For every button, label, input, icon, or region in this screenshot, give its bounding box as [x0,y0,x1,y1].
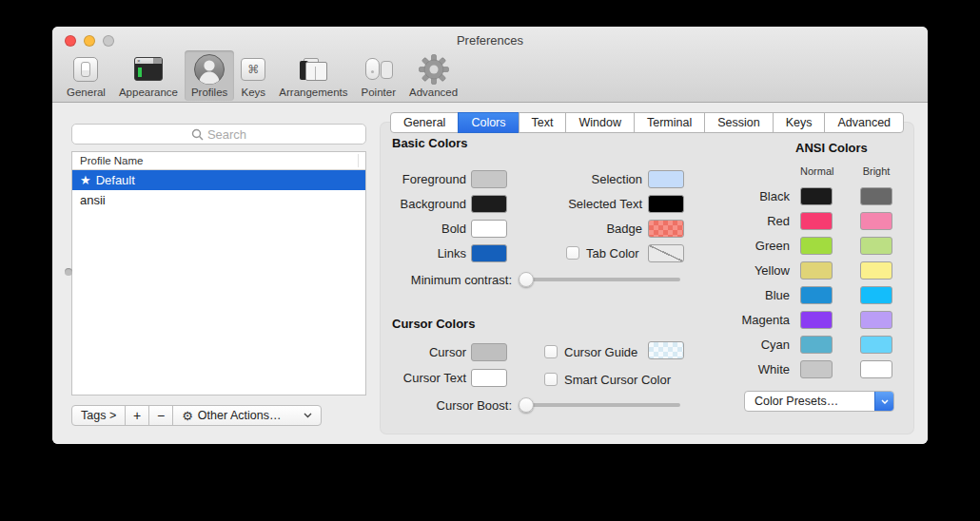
ansi-white-normal-well[interactable] [800,360,833,378]
ansi-magenta-normal-well[interactable] [800,311,833,329]
selected-text-label: Selected Text [523,195,642,213]
background-label: Background [381,195,466,213]
chevron-down-icon [874,391,893,412]
foreground-label: Foreground [381,170,466,188]
search-placeholder: Search [207,127,246,142]
background-color-well[interactable] [471,195,507,213]
smart-cursor-label: Smart Cursor Color [564,371,671,389]
tab-colors[interactable]: Colors [458,112,519,133]
tab-color-label: Tab Color [586,244,639,262]
toolbar-item-label: Profiles [191,87,227,98]
toolbar-item-general[interactable]: General [60,50,112,101]
bold-label: Bold [381,220,466,238]
gear-icon: ⚙ [182,409,193,423]
ansi-cyan-bright-well[interactable] [860,336,892,354]
cursor-color-well[interactable] [471,343,507,361]
search-input[interactable]: Search [71,124,366,145]
slider-track[interactable] [519,278,680,281]
links-color-well[interactable] [471,244,507,262]
bold-color-well[interactable] [471,220,507,238]
ansi-black-bright-well[interactable] [860,187,892,205]
links-label: Links [381,244,466,262]
appearance-icon: × [134,57,163,81]
ansi-white-label: White [714,360,790,378]
cursor-guide-label: Cursor Guide [564,343,637,361]
toolbar-item-appearance[interactable]: × Appearance [112,50,185,101]
tab-window[interactable]: Window [565,112,634,133]
general-icon [73,57,98,82]
tab-text[interactable]: Text [519,112,567,133]
ansi-blue-normal-well[interactable] [800,286,833,304]
tab-keys[interactable]: Keys [773,112,826,133]
ansi-cyan-normal-well[interactable] [800,336,833,354]
ansi-white-bright-well[interactable] [860,360,892,378]
tab-session[interactable]: Session [704,112,773,133]
toolbar-item-label: Appearance [119,87,178,98]
ansi-yellow-normal-well[interactable] [800,261,833,280]
tab-color-checkbox[interactable] [566,246,579,260]
cursor-label: Cursor [381,343,466,361]
toolbar-item-label: Advanced [409,87,458,98]
ansi-yellow-label: Yellow [714,261,790,280]
ansi-green-bright-well[interactable] [860,237,892,255]
slider-knob[interactable] [519,397,534,413]
min-contrast-slider[interactable] [519,272,680,287]
ansi-yellow-bright-well[interactable] [860,261,892,280]
ansi-red-label: Red [714,212,790,230]
slider-track[interactable] [519,403,680,407]
ansi-colors-heading: ANSI Colors [795,141,868,155]
profile-tabs: General Colors Text Window Terminal Sess… [381,112,913,133]
toolbar-item-advanced[interactable]: Advanced [402,50,464,101]
profile-list-header[interactable]: Profile Name [72,152,365,170]
cursor-text-color-well[interactable] [471,369,507,387]
profile-name: Default [96,173,135,187]
profile-actions: Tags > + − ⚙ Other Actions… [71,405,322,426]
color-presets-dropdown[interactable]: Color Presets… [744,391,894,412]
ansi-cyan-label: Cyan [714,336,790,354]
pointer-icon [363,57,395,82]
badge-label: Badge [523,220,642,238]
other-actions-label: Other Actions… [198,409,282,422]
tab-terminal[interactable]: Terminal [634,112,705,133]
ansi-red-normal-well[interactable] [800,212,833,230]
toolbar-item-profiles[interactable]: Profiles [185,50,234,101]
ansi-black-normal-well[interactable] [800,187,833,205]
add-profile-button[interactable]: + [125,405,149,426]
profiles-icon [193,53,225,86]
min-contrast-label: Minimum contrast: [381,271,512,289]
tab-advanced[interactable]: Advanced [824,112,904,133]
slider-knob[interactable] [519,272,534,287]
badge-color-well[interactable] [648,220,684,238]
search-icon [191,128,204,141]
tab-color-well[interactable] [648,244,684,262]
toolbar-item-label: General [67,87,106,98]
toolbar-item-pointer[interactable]: Pointer [355,50,402,101]
other-actions-dropdown[interactable]: ⚙ Other Actions… [172,405,322,426]
toolbar-item-arrangements[interactable]: Arrangements [272,50,354,101]
smart-cursor-checkbox[interactable] [544,373,558,386]
ansi-green-normal-well[interactable] [800,237,833,255]
remove-profile-button[interactable]: − [148,405,173,426]
ansi-col-normal: Normal [800,165,833,177]
window-edge-dot [65,268,72,276]
preferences-window: Preferences General × Appearance [52,27,928,444]
cursor-guide-color-well[interactable] [648,341,684,359]
tab-general[interactable]: General [390,112,459,133]
profile-row-default[interactable]: ★ Default [72,170,365,190]
selection-label: Selection [523,170,642,188]
cursor-boost-slider[interactable] [519,397,680,413]
toolbar-item-keys[interactable]: ⌘ Keys [234,50,272,101]
ansi-red-bright-well[interactable] [860,212,892,230]
foreground-color-well[interactable] [471,170,507,188]
ansi-magenta-bright-well[interactable] [860,311,892,329]
selection-color-well[interactable] [648,170,684,188]
profile-row-ansii[interactable]: ansii [72,190,365,210]
tags-button[interactable]: Tags > [71,405,126,426]
screen: Preferences General × Appearance [0,0,980,521]
selected-text-color-well[interactable] [648,195,684,213]
cursor-guide-checkbox[interactable] [544,345,558,358]
ansi-blue-bright-well[interactable] [860,286,892,304]
toolbar-item-label: Arrangements [279,87,347,98]
toolbar-item-label: Keys [242,87,266,98]
cursor-boost-label: Cursor Boost: [381,396,512,415]
